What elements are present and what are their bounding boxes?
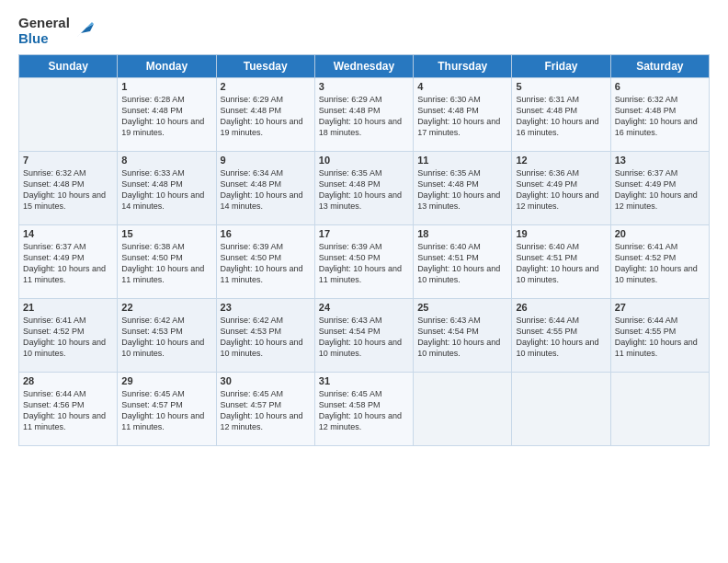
day-info: Sunrise: 6:37 AMSunset: 4:49 PMDaylight:… — [23, 242, 106, 284]
day-info: Sunrise: 6:33 AMSunset: 4:48 PMDaylight:… — [121, 168, 204, 211]
day-info: Sunrise: 6:38 AMSunset: 4:50 PMDaylight:… — [121, 242, 204, 284]
day-info: Sunrise: 6:30 AMSunset: 4:48 PMDaylight:… — [417, 95, 500, 137]
day-info: Sunrise: 6:35 AMSunset: 4:48 PMDaylight:… — [417, 168, 500, 211]
day-cell: 10Sunrise: 6:35 AMSunset: 4:48 PMDayligh… — [314, 151, 413, 224]
day-number: 9 — [221, 155, 311, 166]
day-info: Sunrise: 6:45 AMSunset: 4:57 PMDaylight:… — [121, 389, 204, 431]
day-info: Sunrise: 6:41 AMSunset: 4:52 PMDaylight:… — [615, 242, 698, 284]
day-info: Sunrise: 6:40 AMSunset: 4:51 PMDaylight:… — [417, 242, 500, 284]
week-row-2: 7Sunrise: 6:32 AMSunset: 4:48 PMDaylight… — [19, 151, 710, 224]
day-info: Sunrise: 6:41 AMSunset: 4:52 PMDaylight:… — [23, 316, 106, 358]
day-cell: 30Sunrise: 6:45 AMSunset: 4:57 PMDayligh… — [216, 372, 314, 445]
day-number: 15 — [121, 228, 211, 239]
day-number: 20 — [615, 228, 705, 239]
logo-wordmark: General Blue — [18, 15, 70, 47]
day-info: Sunrise: 6:42 AMSunset: 4:53 PMDaylight:… — [121, 316, 204, 358]
day-number: 27 — [615, 302, 705, 313]
day-info: Sunrise: 6:44 AMSunset: 4:55 PMDaylight:… — [615, 316, 698, 358]
days-header-row: SundayMondayTuesdayWednesdayThursdayFrid… — [19, 54, 710, 77]
day-number: 29 — [121, 375, 211, 386]
day-header-saturday: Saturday — [610, 54, 709, 77]
day-cell: 17Sunrise: 6:39 AMSunset: 4:50 PMDayligh… — [314, 224, 413, 298]
day-number: 23 — [221, 302, 311, 313]
day-cell: 20Sunrise: 6:41 AMSunset: 4:52 PMDayligh… — [610, 224, 709, 298]
day-number: 16 — [221, 228, 311, 239]
day-cell: 22Sunrise: 6:42 AMSunset: 4:53 PMDayligh… — [118, 298, 216, 372]
day-cell: 15Sunrise: 6:38 AMSunset: 4:50 PMDayligh… — [118, 224, 216, 298]
week-row-5: 28Sunrise: 6:44 AMSunset: 4:56 PMDayligh… — [19, 372, 710, 445]
day-info: Sunrise: 6:43 AMSunset: 4:54 PMDaylight:… — [319, 316, 402, 358]
day-cell: 21Sunrise: 6:41 AMSunset: 4:52 PMDayligh… — [19, 298, 118, 372]
day-cell: 3Sunrise: 6:29 AMSunset: 4:48 PMDaylight… — [314, 77, 413, 151]
day-number: 13 — [615, 155, 705, 166]
day-info: Sunrise: 6:32 AMSunset: 4:48 PMDaylight:… — [615, 95, 698, 137]
day-info: Sunrise: 6:36 AMSunset: 4:49 PMDaylight:… — [516, 168, 598, 211]
day-info: Sunrise: 6:28 AMSunset: 4:48 PMDaylight:… — [121, 95, 204, 137]
day-number: 4 — [417, 81, 507, 92]
day-number: 24 — [319, 302, 409, 313]
svg-marker-0 — [77, 24, 94, 37]
day-cell: 19Sunrise: 6:40 AMSunset: 4:51 PMDayligh… — [512, 224, 610, 298]
day-number: 10 — [319, 155, 409, 166]
day-cell — [610, 372, 709, 445]
week-row-1: 1Sunrise: 6:28 AMSunset: 4:48 PMDaylight… — [19, 77, 710, 151]
day-header-tuesday: Tuesday — [216, 54, 314, 77]
day-cell: 28Sunrise: 6:44 AMSunset: 4:56 PMDayligh… — [19, 372, 118, 445]
day-cell: 31Sunrise: 6:45 AMSunset: 4:58 PMDayligh… — [314, 372, 413, 445]
day-number: 22 — [121, 302, 211, 313]
day-number: 1 — [121, 81, 211, 92]
day-cell: 8Sunrise: 6:33 AMSunset: 4:48 PMDaylight… — [118, 151, 216, 224]
day-cell: 7Sunrise: 6:32 AMSunset: 4:48 PMDaylight… — [19, 151, 118, 224]
day-info: Sunrise: 6:31 AMSunset: 4:48 PMDaylight:… — [516, 95, 598, 137]
header: General Blue — [18, 15, 710, 47]
day-number: 6 — [615, 81, 705, 92]
day-cell: 11Sunrise: 6:35 AMSunset: 4:48 PMDayligh… — [414, 151, 512, 224]
day-cell: 2Sunrise: 6:29 AMSunset: 4:48 PMDaylight… — [216, 77, 314, 151]
day-header-wednesday: Wednesday — [314, 54, 413, 77]
day-cell — [512, 372, 610, 445]
day-cell: 1Sunrise: 6:28 AMSunset: 4:48 PMDaylight… — [118, 77, 216, 151]
day-info: Sunrise: 6:34 AMSunset: 4:48 PMDaylight:… — [221, 168, 303, 211]
day-info: Sunrise: 6:45 AMSunset: 4:57 PMDaylight:… — [221, 389, 303, 431]
day-number: 3 — [319, 81, 409, 92]
day-info: Sunrise: 6:39 AMSunset: 4:50 PMDaylight:… — [319, 242, 402, 284]
day-number: 30 — [221, 375, 311, 386]
day-number: 14 — [23, 228, 113, 239]
day-cell: 24Sunrise: 6:43 AMSunset: 4:54 PMDayligh… — [314, 298, 413, 372]
day-header-thursday: Thursday — [414, 54, 512, 77]
day-info: Sunrise: 6:42 AMSunset: 4:53 PMDaylight:… — [221, 316, 303, 358]
day-cell: 27Sunrise: 6:44 AMSunset: 4:55 PMDayligh… — [610, 298, 709, 372]
day-header-sunday: Sunday — [19, 54, 118, 77]
day-info: Sunrise: 6:35 AMSunset: 4:48 PMDaylight:… — [319, 168, 402, 211]
week-row-3: 14Sunrise: 6:37 AMSunset: 4:49 PMDayligh… — [19, 224, 710, 298]
day-number: 12 — [516, 155, 606, 166]
day-cell: 16Sunrise: 6:39 AMSunset: 4:50 PMDayligh… — [216, 224, 314, 298]
day-info: Sunrise: 6:43 AMSunset: 4:54 PMDaylight:… — [417, 316, 500, 358]
day-cell — [414, 372, 512, 445]
calendar-table: SundayMondayTuesdayWednesdayThursdayFrid… — [18, 54, 710, 446]
day-info: Sunrise: 6:29 AMSunset: 4:48 PMDaylight:… — [221, 95, 303, 137]
day-info: Sunrise: 6:44 AMSunset: 4:56 PMDaylight:… — [23, 389, 106, 431]
day-info: Sunrise: 6:37 AMSunset: 4:49 PMDaylight:… — [615, 168, 698, 211]
day-header-friday: Friday — [512, 54, 610, 77]
day-number: 2 — [221, 81, 311, 92]
day-info: Sunrise: 6:39 AMSunset: 4:50 PMDaylight:… — [221, 242, 303, 284]
day-number: 7 — [23, 155, 113, 166]
day-header-monday: Monday — [118, 54, 216, 77]
day-cell: 18Sunrise: 6:40 AMSunset: 4:51 PMDayligh… — [414, 224, 512, 298]
day-cell — [19, 77, 118, 151]
day-number: 21 — [23, 302, 113, 313]
calendar-page: General Blue SundayMondayTuesdayWednesda… — [0, 0, 728, 563]
day-cell: 25Sunrise: 6:43 AMSunset: 4:54 PMDayligh… — [414, 298, 512, 372]
day-info: Sunrise: 6:44 AMSunset: 4:55 PMDaylight:… — [516, 316, 598, 358]
day-cell: 29Sunrise: 6:45 AMSunset: 4:57 PMDayligh… — [118, 372, 216, 445]
day-cell: 4Sunrise: 6:30 AMSunset: 4:48 PMDaylight… — [414, 77, 512, 151]
day-number: 8 — [121, 155, 211, 166]
day-cell: 6Sunrise: 6:32 AMSunset: 4:48 PMDaylight… — [610, 77, 709, 151]
day-info: Sunrise: 6:29 AMSunset: 4:48 PMDaylight:… — [319, 95, 402, 137]
week-row-4: 21Sunrise: 6:41 AMSunset: 4:52 PMDayligh… — [19, 298, 710, 372]
day-cell: 23Sunrise: 6:42 AMSunset: 4:53 PMDayligh… — [216, 298, 314, 372]
logo-bird-icon — [74, 20, 94, 40]
day-cell: 9Sunrise: 6:34 AMSunset: 4:48 PMDaylight… — [216, 151, 314, 224]
day-number: 19 — [516, 228, 606, 239]
